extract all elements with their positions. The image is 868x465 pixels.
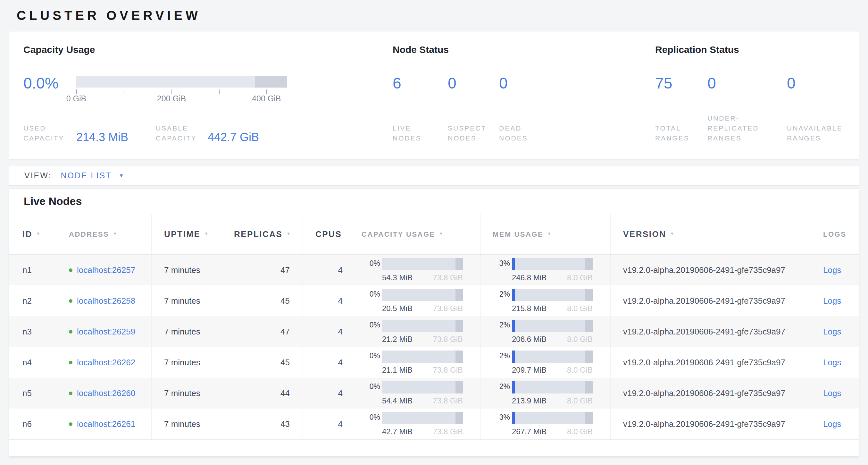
capacity-total-value: 73.8 GiB bbox=[433, 273, 463, 282]
table-row: n5 localhost:26260 7 minutes 44 4 0% bbox=[9, 378, 859, 409]
column-header-replicas[interactable]: REPLICAS▼ bbox=[225, 214, 303, 254]
column-header-capacity-usage[interactable]: CAPACITY USAGE▼ bbox=[351, 214, 480, 254]
live-nodes-label: LIVENODES bbox=[393, 123, 448, 143]
replication-status-section: Replication Status 75 0 0 TOTALRANGES UN… bbox=[642, 31, 859, 159]
column-header-address[interactable]: ADDRESS▼ bbox=[56, 214, 151, 254]
logs-cell: Logs bbox=[814, 316, 859, 347]
mem-percent: 3% bbox=[495, 258, 510, 270]
capacity-usage-cell: 0% 21.2 MiB 73.8 GiB bbox=[351, 316, 480, 347]
capacity-used-value: 20.5 MiB bbox=[382, 304, 412, 313]
mem-bar-fill bbox=[512, 350, 515, 363]
capacity-percent: 0% bbox=[365, 258, 380, 270]
capacity-percent: 0% bbox=[365, 289, 380, 301]
capacity-usage-cell: 0% 20.5 MiB 73.8 GiB bbox=[351, 285, 480, 316]
node-live-status-icon bbox=[69, 361, 72, 364]
sort-caret-icon: ▼ bbox=[113, 231, 118, 236]
mem-usage-cell: 3% 267.7 MiB 8.0 GiB bbox=[480, 409, 610, 439]
logs-link[interactable]: Logs bbox=[823, 419, 841, 429]
mem-total-value: 8.0 GiB bbox=[567, 304, 593, 313]
node-id-cell: n1 bbox=[9, 255, 56, 285]
cluster-overview-page: CLUSTER OVERVIEW Capacity Usage 0.0% 0 G… bbox=[0, 0, 868, 465]
capacity-bar-reserved-segment bbox=[456, 320, 463, 332]
cpus-cell: 4 bbox=[303, 285, 351, 316]
logs-link[interactable]: Logs bbox=[823, 265, 841, 275]
capacity-percent: 0% bbox=[365, 381, 380, 394]
capacity-used-value: 42.7 MiB bbox=[382, 427, 412, 436]
address-link[interactable]: localhost:26262 bbox=[77, 357, 135, 368]
sort-caret-icon: ▼ bbox=[547, 231, 552, 236]
logs-link[interactable]: Logs bbox=[823, 296, 841, 306]
version-cell: v19.2.0-alpha.20190606-2491-gfe735c9a97 bbox=[610, 378, 814, 409]
mem-total-value: 8.0 GiB bbox=[567, 396, 593, 405]
mem-used-value: 267.7 MiB bbox=[512, 427, 547, 436]
table-row: n1 localhost:26257 7 minutes 47 4 0% bbox=[9, 255, 859, 285]
summary-card: Capacity Usage 0.0% 0 GiB 200 GiB 400 Gi… bbox=[9, 31, 859, 159]
live-nodes-count: 6 bbox=[393, 76, 448, 91]
uptime-cell: 7 minutes bbox=[151, 285, 225, 316]
logs-link[interactable]: Logs bbox=[823, 327, 841, 337]
view-dropdown[interactable]: NODE LIST ▼ bbox=[61, 171, 125, 180]
capacity-bar-reserved-segment bbox=[456, 258, 463, 270]
mem-used-value: 209.7 MiB bbox=[512, 366, 547, 375]
sort-caret-icon: ▼ bbox=[36, 231, 41, 236]
sort-caret-icon: ▼ bbox=[439, 231, 444, 236]
address-link[interactable]: localhost:26259 bbox=[77, 327, 135, 337]
mem-bar-reserved-segment bbox=[585, 412, 593, 424]
logs-cell: Logs bbox=[814, 347, 859, 378]
address-cell: localhost:26259 bbox=[56, 316, 151, 347]
page-title: CLUSTER OVERVIEW bbox=[0, 0, 868, 23]
usable-capacity-value: 442.7 GiB bbox=[208, 131, 259, 143]
capacity-percent: 0% bbox=[365, 350, 380, 363]
column-header-uptime[interactable]: UPTIME▼ bbox=[151, 214, 225, 254]
version-cell: v19.2.0-alpha.20190606-2491-gfe735c9a97 bbox=[610, 409, 814, 439]
under-replicated-ranges-count: 0 bbox=[707, 76, 787, 91]
table-row: n4 localhost:26262 7 minutes 45 4 0% bbox=[9, 347, 859, 378]
unavailable-ranges-label: UNAVAILABLERANGES bbox=[787, 123, 842, 143]
uptime-cell: 7 minutes bbox=[151, 347, 225, 378]
table-body: n1 localhost:26257 7 minutes 47 4 0% bbox=[9, 255, 859, 439]
total-ranges-count: 75 bbox=[655, 76, 707, 91]
mem-usage-cell: 2% 213.9 MiB 8.0 GiB bbox=[480, 378, 610, 409]
capacity-usage-cell: 0% 54.4 MiB 73.8 GiB bbox=[351, 378, 480, 409]
address-link[interactable]: localhost:26258 bbox=[77, 296, 135, 306]
capacity-bar-reserved-segment bbox=[456, 350, 463, 363]
mem-usage-cell: 2% 209.7 MiB 8.0 GiB bbox=[480, 347, 610, 378]
view-dropdown-value: NODE LIST bbox=[61, 171, 112, 180]
mem-bar-fill bbox=[512, 381, 515, 394]
logs-link[interactable]: Logs bbox=[823, 388, 841, 398]
cpus-cell: 4 bbox=[303, 378, 351, 409]
capacity-usage-title: Capacity Usage bbox=[23, 44, 381, 55]
address-link[interactable]: localhost:26261 bbox=[77, 419, 135, 429]
mem-used-value: 246.8 MiB bbox=[512, 273, 547, 282]
suspect-nodes-count: 0 bbox=[448, 76, 499, 91]
cpus-cell: 4 bbox=[303, 347, 351, 378]
sort-caret-icon: ▼ bbox=[204, 231, 209, 236]
capacity-bar-reserved-segment bbox=[456, 412, 463, 424]
capacity-bar bbox=[382, 258, 463, 270]
logs-cell: Logs bbox=[814, 409, 859, 439]
logs-link[interactable]: Logs bbox=[823, 357, 841, 368]
logs-cell: Logs bbox=[814, 255, 859, 285]
uptime-cell: 7 minutes bbox=[151, 255, 225, 285]
dead-nodes-count: 0 bbox=[499, 76, 508, 91]
address-link[interactable]: localhost:26257 bbox=[77, 265, 135, 275]
capacity-usage-cell: 0% 42.7 MiB 73.8 GiB bbox=[351, 409, 480, 439]
node-status-section: Node Status 6 0 0 LIVENODES SUSPECTNODES… bbox=[381, 31, 642, 159]
mem-bar bbox=[512, 320, 593, 332]
mem-bar-fill bbox=[512, 258, 515, 270]
used-capacity-value: 214.3 MiB bbox=[76, 131, 156, 143]
mem-percent: 2% bbox=[495, 289, 510, 301]
logs-cell: Logs bbox=[814, 378, 859, 409]
mem-usage-cell: 3% 246.8 MiB 8.0 GiB bbox=[480, 255, 610, 285]
column-header-mem-usage[interactable]: MEM USAGE▼ bbox=[480, 214, 610, 254]
column-header-id[interactable]: ID▼ bbox=[9, 214, 56, 254]
dead-nodes-label: DEADNODES bbox=[499, 123, 528, 143]
column-header-version[interactable]: VERSION▼ bbox=[610, 214, 814, 254]
table-row: n2 localhost:26258 7 minutes 45 4 0% bbox=[9, 285, 859, 316]
address-link[interactable]: localhost:26260 bbox=[77, 388, 135, 398]
capacity-axis-labels: 0 GiB 200 GiB 400 GiB bbox=[76, 93, 287, 103]
capacity-used-value: 54.3 MiB bbox=[382, 273, 412, 282]
axis-label-400: 400 GiB bbox=[252, 94, 281, 103]
mem-bar bbox=[512, 412, 593, 424]
capacity-used-value: 21.2 MiB bbox=[382, 335, 412, 344]
